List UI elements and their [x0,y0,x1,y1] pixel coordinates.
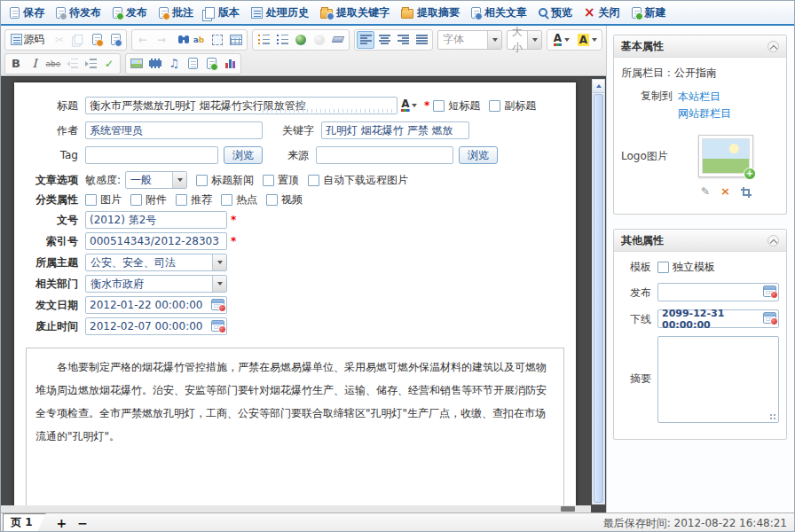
indent-button[interactable] [82,55,99,73]
font-family-dropdown-button[interactable] [487,31,501,49]
independent-template-checkbox[interactable] [657,262,669,273]
scrollbar-up-button[interactable] [593,80,604,93]
doc-number-input-field[interactable] [90,212,223,228]
scrollbar-thumb[interactable] [594,94,603,503]
cut-button[interactable]: ✂ [51,31,68,49]
align-justify-button[interactable] [413,31,430,49]
calendar-icon[interactable] [763,286,776,297]
extract-keywords-button[interactable]: 提取关键字 [320,5,390,20]
publish-time-input[interactable] [657,283,779,301]
paste-word-button[interactable] [106,31,124,49]
preview-button[interactable]: 预览 [539,5,572,20]
source-input[interactable] [316,146,453,164]
add-page-button[interactable]: + [57,517,67,529]
font-family-select[interactable]: 字体 [437,30,502,50]
collapse-chevron-icon[interactable] [767,235,779,246]
insert-chart-button[interactable] [221,55,239,73]
add-image-badge-icon[interactable]: + [744,168,756,180]
edit-pencil-icon[interactable]: ✎ [701,185,710,198]
unordered-list-button[interactable] [273,31,291,49]
department-dropdown-button[interactable] [212,276,226,292]
ordered-list-button[interactable] [255,31,272,49]
find-button[interactable] [171,31,189,49]
source-input-field[interactable] [320,147,449,163]
headline-news-checkbox[interactable] [196,175,208,186]
save-button[interactable]: 保存 [10,5,44,20]
sensitivity-dropdown-button[interactable] [172,172,186,188]
subtitle-checkbox[interactable] [489,100,500,112]
remove-page-button[interactable]: − [77,517,88,529]
source-browse-button[interactable]: 浏览 [459,146,498,164]
collapse-chevron-icon[interactable] [767,41,779,52]
tag-browse-button[interactable]: 浏览 [224,146,263,164]
short-title-checkbox[interactable] [433,100,445,112]
issue-date-input[interactable]: 2012-01-22 00:00:00 [85,296,227,314]
offline-time-input[interactable]: 2099-12-31 00:00:00 [657,309,779,328]
insert-image-button[interactable] [128,55,146,73]
pending-publish-button[interactable]: 待发布 [56,5,101,20]
highlight-color-button[interactable]: A [575,31,600,49]
index-number-input[interactable] [85,232,227,250]
page-tab-1[interactable]: 页 1 [3,513,46,531]
source-code-button[interactable]: 源码 [7,31,50,49]
logo-image-placeholder[interactable]: + [698,135,753,177]
basic-properties-header[interactable]: 基本属性 [614,35,786,58]
editor-vertical-scrollbar[interactable] [592,79,605,505]
image-attr-checkbox[interactable] [85,194,97,206]
calendar-icon[interactable] [211,299,224,310]
undo-button[interactable]: ← [134,31,152,49]
pin-top-checkbox[interactable] [263,175,274,186]
video-attr-checkbox[interactable] [266,194,278,206]
insert-attachment-button[interactable] [184,55,201,73]
spellcheck-button[interactable]: ✓ [100,55,118,73]
keywords-input[interactable] [321,121,469,139]
redo-button[interactable]: → [153,31,170,49]
topic-select[interactable]: 公安、安全、司法 [85,254,227,271]
font-size-dropdown-button[interactable] [527,31,541,49]
other-properties-header[interactable]: 其他属性 [614,230,786,252]
select-all-button[interactable] [209,31,226,49]
version-button[interactable]: 版本 [205,5,240,20]
outdent-button[interactable] [63,55,81,73]
eraser-button[interactable] [329,31,347,49]
italic-button[interactable]: I [26,55,43,73]
attachment-attr-checkbox[interactable] [130,194,142,206]
link-button[interactable] [292,31,310,49]
topic-dropdown-button[interactable] [212,254,226,270]
sensitivity-select[interactable]: 一般 [125,171,187,189]
replace-button[interactable]: ab [190,31,208,49]
calendar-icon[interactable] [763,312,776,324]
department-select[interactable]: 衡水市政府 [85,275,227,293]
extract-summary-button[interactable]: 提取摘要 [401,5,460,20]
tag-input[interactable] [85,146,218,164]
unlink-button[interactable] [311,31,328,49]
insert-file-button[interactable] [202,55,220,73]
paste-button[interactable] [88,31,106,49]
font-color-button[interactable]: A [549,31,574,49]
annotate-button[interactable]: 批注 [159,5,193,20]
recommend-attr-checkbox[interactable] [176,194,187,206]
copy-to-site-column-link[interactable]: 本站栏目 [678,89,731,106]
article-body-editor[interactable]: 各地要制定严格的烟花爆竹管控措施，严禁在易燃易爆单位、采用易燃可燃外保温材料的建… [26,348,564,512]
align-center-button[interactable] [375,31,393,49]
insert-audio-button[interactable]: ♫ [165,55,183,73]
history-button[interactable]: 处理历史 [251,5,309,20]
keywords-input-field[interactable] [326,122,465,138]
author-input-field[interactable] [90,122,258,138]
align-left-button[interactable] [357,31,374,49]
calendar-icon[interactable] [211,320,224,332]
summary-textarea[interactable] [657,336,779,423]
align-right-button[interactable] [394,31,412,49]
copy-to-site-group-link[interactable]: 网站群栏目 [678,106,731,122]
hot-attr-checkbox[interactable] [221,194,232,206]
new-button[interactable]: 新建 [632,5,666,20]
close-button[interactable]: ×关闭 [584,5,620,20]
related-articles-button[interactable]: 相关文章 [471,5,527,20]
auto-download-checkbox[interactable] [308,175,319,186]
strikethrough-button[interactable]: abe [44,55,62,73]
doc-number-input[interactable] [85,211,227,229]
crop-icon[interactable] [741,187,751,197]
publish-button[interactable]: 发布 [113,5,147,20]
insert-video-button[interactable] [146,55,164,73]
resize-handle[interactable] [769,413,776,420]
